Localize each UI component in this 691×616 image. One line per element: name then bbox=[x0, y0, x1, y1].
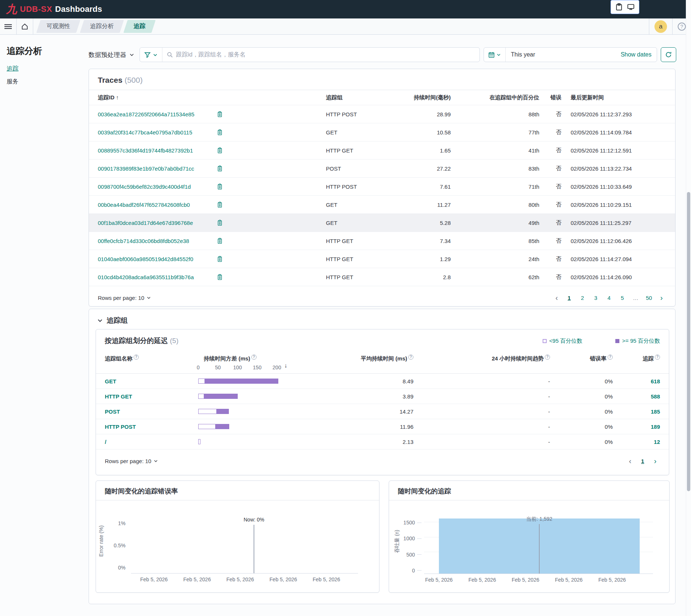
screen-capture-icon[interactable] bbox=[627, 3, 635, 11]
table-row: / 2.13 - 0% 12 bbox=[96, 434, 669, 449]
trace-group-link[interactable]: HTTP GET bbox=[105, 393, 193, 400]
rows-per-page-select[interactable]: Rows per page: 10 bbox=[98, 295, 151, 301]
trace-id-link[interactable]: 0039af20f314c77bca4e0795a7db0115 bbox=[98, 129, 217, 136]
brand-logo-icon: 九 bbox=[6, 4, 17, 15]
clipboard-icon[interactable] bbox=[615, 3, 623, 11]
copy-icon[interactable] bbox=[217, 274, 223, 280]
trace-groups-table-header: 追踪组名称? 持续时间方差 (ms)? ↓ 050100150200 平均持续时… bbox=[96, 352, 669, 374]
variance-bar bbox=[198, 379, 285, 384]
trace-group-link[interactable]: POST bbox=[105, 408, 193, 415]
trace-id-link[interactable]: 0098700f4c59b6ef82c39d9c400d4f1d bbox=[98, 184, 217, 190]
column-last-updated[interactable]: 最后更新时间 bbox=[566, 94, 675, 101]
y-axis-tick: 1% bbox=[118, 520, 126, 526]
previous-page-button[interactable]: ‹ bbox=[625, 457, 635, 465]
previous-page-button[interactable]: ‹ bbox=[552, 294, 561, 302]
copy-icon[interactable] bbox=[217, 256, 223, 262]
page-number-button[interactable]: 2 bbox=[577, 292, 588, 303]
sidebar-item-traces[interactable]: 追踪 bbox=[7, 65, 89, 73]
x-axis-line bbox=[131, 573, 358, 574]
traces-count-cell[interactable]: 12 bbox=[617, 439, 660, 445]
traces-count-cell[interactable]: 588 bbox=[617, 393, 660, 400]
trace-id-link[interactable]: 00901783989f83e1b97e0b7ab0bd71cc bbox=[98, 165, 217, 172]
trace-group-link[interactable]: HTTP POST bbox=[105, 424, 193, 430]
trace-id-link[interactable]: 00f1ba3f0dcea03d17d64e67d396768e bbox=[98, 220, 217, 226]
traces-count-cell[interactable]: 189 bbox=[617, 424, 660, 430]
duration-cell: 10.58 bbox=[396, 129, 455, 136]
next-page-button[interactable]: › bbox=[650, 457, 660, 465]
breadcrumb-item[interactable]: 追踪分析 bbox=[80, 20, 124, 33]
page-number-button[interactable]: 5 bbox=[617, 292, 628, 303]
latency-by-group-panel: 按追踪组划分的延迟 (5) <95 百分位数 >= 95 百分位数 追踪组名称?… bbox=[96, 329, 669, 475]
quick-range-value[interactable]: This year bbox=[506, 51, 615, 58]
vertical-scrollbar[interactable] bbox=[686, 0, 691, 616]
trace-id-link[interactable]: 01040aebf0060a9850519d42d84552f0 bbox=[98, 256, 217, 262]
data-source-select[interactable]: 数据预处理器 bbox=[89, 51, 140, 59]
page-number-button[interactable]: 1 bbox=[637, 455, 648, 466]
help-icon[interactable]: ? bbox=[678, 23, 686, 31]
rows-per-page-select[interactable]: Rows per page: 10 bbox=[105, 458, 158, 464]
percentile-cell: 80th bbox=[455, 202, 544, 208]
average-latency-cell: 8.49 bbox=[285, 378, 418, 384]
trace-id-link[interactable]: 0036ea2ea1872265f20664a711534e85 bbox=[98, 111, 217, 117]
show-dates-button[interactable]: Show dates bbox=[615, 51, 657, 58]
trace-group-link[interactable]: GET bbox=[105, 378, 193, 384]
copy-icon[interactable] bbox=[217, 184, 223, 190]
error-rate-chart: Error rate (%) 1%0.5%0% Now: 0% Feb 5, 2… bbox=[96, 500, 379, 585]
breadcrumb-item[interactable]: 可观测性 bbox=[36, 20, 80, 33]
x-axis-tick: Feb 5, 2026 bbox=[313, 576, 340, 582]
y-axis-tick: 0.5% bbox=[114, 543, 126, 548]
trace-id-link[interactable]: 00ffe0cfcb714d330c06bd8fdb052e38 bbox=[98, 238, 217, 244]
next-page-button[interactable]: › bbox=[657, 294, 666, 302]
sidebar-item-services[interactable]: 服务 bbox=[7, 78, 89, 86]
column-percentile[interactable]: 在追踪组中的百分位 bbox=[455, 94, 544, 101]
column-traces[interactable]: 追踪? bbox=[617, 355, 660, 362]
scrollbar-thumb[interactable] bbox=[687, 192, 690, 491]
column-trace-group[interactable]: 追踪组 bbox=[326, 94, 396, 101]
search-input[interactable] bbox=[176, 51, 475, 58]
copy-icon[interactable] bbox=[217, 238, 223, 244]
variance-bar bbox=[198, 424, 285, 429]
traces-panel: Traces (500) 追踪ID ↑ 追踪组 持续时间(毫秒) 在追踪组中的百… bbox=[89, 69, 675, 307]
home-icon[interactable] bbox=[17, 18, 33, 35]
sort-descending-icon[interactable]: ↓ bbox=[284, 362, 287, 369]
column-duration[interactable]: 持续时间(毫秒) bbox=[396, 94, 455, 101]
calendar-button[interactable] bbox=[484, 48, 506, 62]
column-average-latency[interactable]: 平均持续时间 (ms)? bbox=[285, 355, 418, 362]
menu-icon[interactable] bbox=[0, 18, 16, 35]
column-duration-variance[interactable]: 持续时间方差 (ms)? ↓ 050100150200 bbox=[193, 355, 285, 371]
copy-icon[interactable] bbox=[217, 202, 223, 208]
copy-icon[interactable] bbox=[217, 147, 223, 154]
avatar[interactable]: a bbox=[654, 20, 667, 33]
copy-icon[interactable] bbox=[217, 220, 223, 226]
percentile-cell: 71th bbox=[455, 184, 544, 190]
chevron-down-icon bbox=[154, 459, 158, 463]
page-number-button[interactable]: 3 bbox=[590, 292, 601, 303]
trace-id-link[interactable]: 00889557c3d36f4d19744fb4827392b1 bbox=[98, 147, 217, 154]
column-error-rate[interactable]: 错误率? bbox=[554, 355, 617, 362]
copy-icon[interactable] bbox=[217, 129, 223, 136]
variance-bar-lt95 bbox=[198, 409, 217, 414]
column-24h-trend[interactable]: 24 小时持续时间趋势? bbox=[418, 355, 554, 362]
page-number-button[interactable]: 1 bbox=[564, 292, 575, 303]
breadcrumb-item[interactable]: 追踪 bbox=[123, 20, 155, 33]
copy-icon[interactable] bbox=[217, 111, 223, 117]
traces-count-cell[interactable]: 618 bbox=[617, 378, 660, 384]
page-number-button[interactable]: 4 bbox=[604, 292, 615, 303]
traces-count-cell[interactable]: 185 bbox=[617, 408, 660, 415]
trace-id-link[interactable]: 010cd4b4208adca6a9635511b9f3b76a bbox=[98, 274, 217, 280]
trace-id-cell: 01040aebf0060a9850519d42d84552f0 bbox=[98, 256, 326, 262]
trace-groups-section-header[interactable]: 追踪组 bbox=[89, 309, 675, 331]
table-row: 0098700f4c59b6ef82c39d9c400d4f1d HTTP PO… bbox=[89, 178, 675, 196]
x-axis-tick: Feb 5, 2026 bbox=[226, 576, 254, 582]
error-cell: 否 bbox=[544, 183, 566, 190]
column-group-name[interactable]: 追踪组名称? bbox=[105, 355, 193, 362]
trace-id-link[interactable]: 00b0ea44badf26f47f6527842608fcb0 bbox=[98, 202, 217, 208]
trace-group-link[interactable]: / bbox=[105, 439, 193, 445]
column-errors[interactable]: 错误 bbox=[544, 94, 566, 101]
refresh-button[interactable] bbox=[661, 47, 676, 62]
copy-icon[interactable] bbox=[217, 165, 223, 172]
column-trace-id[interactable]: 追踪ID ↑ bbox=[98, 94, 326, 101]
filter-button[interactable] bbox=[140, 48, 162, 62]
variance-bar-gte95 bbox=[216, 424, 229, 429]
page-number-button[interactable]: 50 bbox=[643, 292, 654, 303]
